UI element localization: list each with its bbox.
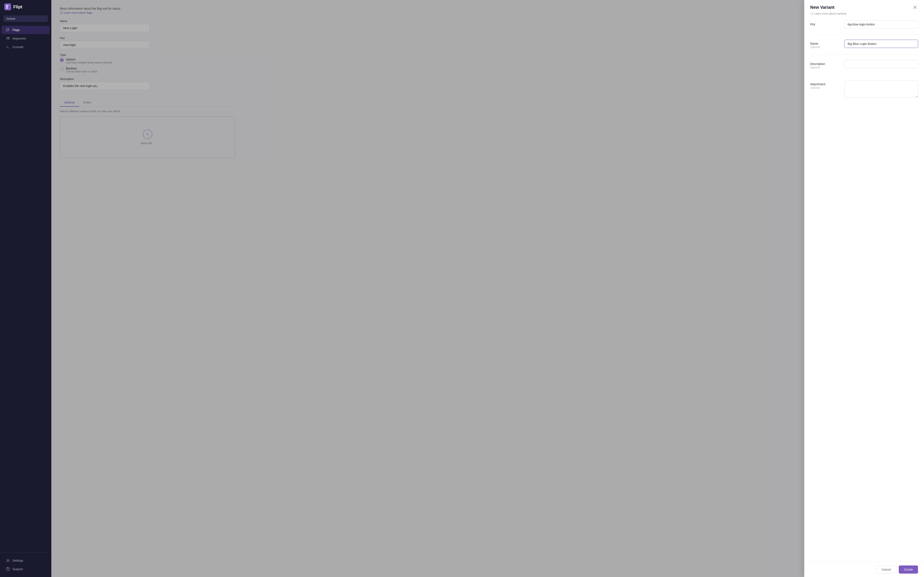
- console-icon: [6, 45, 10, 49]
- sidebar: Flipt Default Flags Segments Console: [0, 0, 51, 577]
- panel-footer: Cancel Create: [804, 562, 924, 577]
- settings-icon: [6, 559, 10, 562]
- sidebar-flags-label: Flags: [12, 28, 20, 32]
- svg-point-5: [8, 570, 8, 570]
- main-content: Basic information about the flag and its…: [51, 0, 924, 577]
- support-icon: [6, 567, 10, 571]
- panel-title: New Variant: [810, 5, 834, 10]
- panel-close-button[interactable]: [912, 4, 918, 10]
- sidebar-header: Flipt: [0, 0, 51, 14]
- panel-divider-1: [810, 34, 918, 35]
- svg-text:?: ?: [811, 13, 812, 15]
- attachment-field-label: Attachment: [810, 82, 840, 86]
- panel-name-input[interactable]: [845, 40, 918, 48]
- sidebar-segments-label: Segments: [12, 37, 26, 40]
- logo-icon: [4, 3, 11, 10]
- sidebar-settings-label: Settings: [12, 559, 23, 562]
- env-button[interactable]: Default: [3, 15, 48, 22]
- panel-info-icon: ?: [810, 12, 813, 15]
- env-section: Default: [0, 14, 51, 24]
- svg-point-2: [8, 37, 10, 38]
- create-button[interactable]: Create: [899, 566, 918, 574]
- panel-name-field: Name Optional: [810, 40, 918, 49]
- panel-subtext: ? Learn more about variants: [804, 10, 924, 19]
- panel-key-field: Key: [810, 20, 918, 28]
- description-field-optional: Optional: [810, 66, 840, 69]
- panel-header: New Variant: [804, 0, 924, 10]
- attachment-field-optional: Optional: [810, 86, 840, 89]
- sidebar-nav: Flags Segments Console: [0, 24, 51, 553]
- panel-attachment-textarea[interactable]: [845, 81, 918, 97]
- cancel-button[interactable]: Cancel: [876, 566, 896, 574]
- sidebar-support-label: Support: [12, 567, 23, 571]
- name-field-label: Name: [810, 42, 840, 45]
- svg-point-3: [7, 560, 8, 561]
- panel-divider-2: [810, 55, 918, 55]
- svg-point-1: [7, 37, 8, 39]
- panel-body: Key Name Optional: [804, 19, 924, 562]
- sidebar-item-console[interactable]: Console: [2, 43, 50, 51]
- panel-key-input[interactable]: [845, 20, 918, 28]
- sidebar-item-support[interactable]: Support: [2, 565, 50, 573]
- sidebar-bottom: Settings Support: [0, 553, 51, 577]
- sidebar-item-settings[interactable]: Settings: [2, 556, 50, 565]
- overlay-backdrop[interactable]: [51, 0, 924, 577]
- sidebar-console-label: Console: [12, 45, 23, 49]
- description-field-label: Description: [810, 62, 840, 66]
- close-icon: [913, 5, 917, 10]
- users-icon: [6, 37, 10, 40]
- flag-icon: [6, 28, 10, 32]
- key-field-label: Key: [810, 23, 840, 26]
- sidebar-item-segments[interactable]: Segments: [2, 34, 50, 42]
- sidebar-item-flags[interactable]: Flags: [2, 26, 50, 34]
- name-field-optional: Optional: [810, 46, 840, 49]
- brand-name: Flipt: [13, 5, 22, 10]
- new-variant-panel: New Variant ? Learn more about variants …: [804, 0, 924, 577]
- panel-description-field: Description Optional: [810, 60, 918, 69]
- panel-description-input[interactable]: [845, 60, 918, 68]
- panel-attachment-field: Attachment Optional: [810, 81, 918, 98]
